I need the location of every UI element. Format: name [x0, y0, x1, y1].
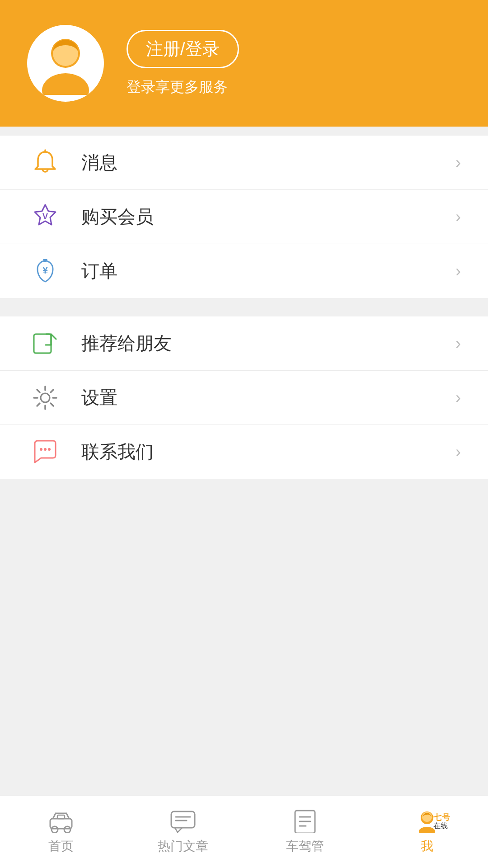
tab-label-home: 首页 — [48, 838, 74, 855]
avatar-icon — [34, 32, 97, 95]
order-icon: ¥ — [27, 253, 63, 289]
menu-item-vip[interactable]: V 购买会员 › — [0, 190, 488, 244]
gray-filler — [0, 479, 488, 832]
header-info: 注册/登录 登录享更多服务 — [127, 30, 239, 97]
tab-item-traffic[interactable]: 车驾管 — [244, 796, 366, 868]
profile-header: 注册/登录 登录享更多服务 — [0, 0, 488, 127]
svg-text:V: V — [42, 212, 48, 221]
svg-text:¥: ¥ — [42, 264, 48, 276]
menu-item-messages[interactable]: 消息 › — [0, 136, 488, 190]
svg-point-12 — [44, 448, 47, 451]
menu-item-orders[interactable]: ¥ 订单 › — [0, 244, 488, 298]
menu-separator — [0, 298, 488, 307]
menu-item-contact[interactable]: 联系我们 › — [0, 425, 488, 479]
menu-label-contact: 联系我们 — [81, 439, 455, 464]
menu-label-recommend: 推荐给朋友 — [81, 331, 455, 356]
avatar — [27, 25, 104, 102]
arrow-icon-vip: › — [455, 208, 461, 226]
arrow-icon-settings: › — [455, 388, 461, 407]
tab-item-home[interactable]: 首页 — [0, 796, 122, 868]
tab-item-profile[interactable]: 七号 在线 我 — [366, 796, 488, 868]
message-icon — [169, 810, 197, 833]
svg-rect-17 — [57, 815, 65, 819]
svg-rect-7 — [34, 334, 51, 353]
vip-icon: V — [27, 199, 63, 235]
menu-group-1: 消息 › V 购买会员 › ¥ 订单 › — [0, 136, 488, 298]
menu-label-settings: 设置 — [81, 385, 455, 410]
tab-label-profile: 我 — [421, 838, 433, 855]
header-subtitle: 登录享更多服务 — [127, 77, 239, 97]
menu-label-messages: 消息 — [81, 150, 455, 175]
settings-icon — [27, 380, 63, 416]
svg-point-15 — [52, 826, 58, 833]
svg-point-27 — [419, 827, 435, 833]
bell-icon — [27, 145, 63, 181]
contact-icon — [27, 434, 63, 470]
car-icon — [47, 810, 75, 833]
arrow-icon-recommend: › — [455, 334, 461, 353]
login-register-button[interactable]: 注册/登录 — [127, 30, 239, 68]
menu-item-settings[interactable]: 设置 › — [0, 371, 488, 425]
svg-rect-18 — [171, 811, 195, 828]
tab-label-articles: 热门文章 — [158, 838, 208, 855]
menu-label-orders: 订单 — [81, 259, 455, 283]
arrow-icon-orders: › — [455, 262, 461, 281]
svg-point-10 — [41, 393, 50, 402]
share-icon — [27, 326, 63, 362]
doc-icon — [291, 810, 319, 833]
menu-group-2: 推荐给朋友 › 设置 › 联系我们 › — [0, 316, 488, 479]
menu-label-vip: 购买会员 — [81, 204, 455, 229]
svg-point-1 — [42, 73, 89, 95]
arrow-icon-contact: › — [455, 443, 461, 462]
menu-item-recommend[interactable]: 推荐给朋友 › — [0, 316, 488, 371]
svg-point-16 — [64, 826, 70, 833]
svg-point-13 — [48, 448, 51, 451]
tab-label-traffic: 车驾管 — [286, 838, 324, 855]
tab-bar: 首页 热门文章 车驾管 — [0, 796, 488, 868]
svg-point-11 — [40, 448, 42, 451]
tab-item-articles[interactable]: 热门文章 — [122, 796, 244, 868]
arrow-icon-messages: › — [455, 153, 461, 172]
